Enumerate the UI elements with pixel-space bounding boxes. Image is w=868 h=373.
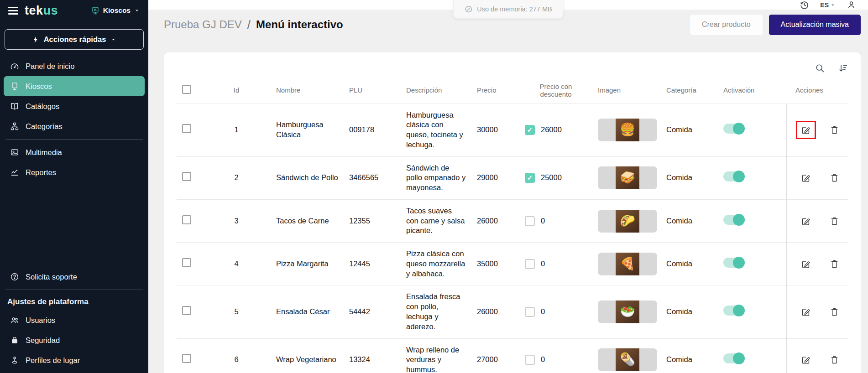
product-image-emoji: 🌯 xyxy=(616,348,639,371)
memory-usage-badge: Uso de memoria: 277 MB xyxy=(453,0,563,19)
row-checkbox[interactable] xyxy=(182,215,191,224)
edit-highlight-box xyxy=(796,121,816,139)
history-icon[interactable] xyxy=(800,0,809,10)
sidebar-item-seguridad[interactable]: Seguridad xyxy=(0,330,148,350)
cell-name: Wrap Vegetariano xyxy=(271,338,344,373)
sidebar-item-panel-de-inicio[interactable]: Panel de inicio xyxy=(0,56,148,76)
discount-checkbox[interactable] xyxy=(525,125,535,135)
sidebar: tekus K Kioscos Acciones rápidas Panel d… xyxy=(0,0,148,373)
edit-button[interactable] xyxy=(801,355,811,365)
cell-plu: 009178 xyxy=(344,104,401,156)
row-checkbox[interactable] xyxy=(182,124,191,133)
edit-button[interactable] xyxy=(801,307,811,317)
cell-name: Ensalada César xyxy=(271,285,344,338)
toggle-knob xyxy=(733,352,745,364)
sidebar-item-perfiles-de-lugar[interactable]: Perfiles de lugar xyxy=(0,350,148,370)
cell-id: 1 xyxy=(202,104,271,156)
table-row: 4 Pizza Margarita 12445 Pizza clásica co… xyxy=(177,243,848,285)
delete-button[interactable] xyxy=(830,355,839,365)
cell-category: Comida xyxy=(661,199,718,242)
breadcrumb: Prueba GJ DEV / Menú interactivo xyxy=(164,18,343,32)
cell-plu: 3466565 xyxy=(344,156,401,199)
search-icon[interactable] xyxy=(815,63,825,73)
cell-category: Comida xyxy=(661,243,718,285)
cell-name: Sándwich de Pollo xyxy=(271,156,344,199)
row-checkbox[interactable] xyxy=(182,354,191,363)
edit-button[interactable] xyxy=(801,216,811,226)
chevron-down-icon xyxy=(830,2,836,8)
bulk-update-button[interactable]: Actualización masiva xyxy=(769,15,861,35)
discount-checkbox[interactable] xyxy=(525,307,535,317)
edit-button[interactable] xyxy=(801,173,811,183)
cell-discount-price: 0 xyxy=(541,307,545,317)
header-acciones: Acciones xyxy=(786,77,848,104)
cell-id: 5 xyxy=(202,285,271,338)
table-toolbar xyxy=(177,52,848,77)
discount-checkbox[interactable] xyxy=(525,216,535,226)
image-icon xyxy=(10,148,19,157)
cell-plu: 54442 xyxy=(344,285,401,338)
sidebar-item-categorias[interactable]: Categorías xyxy=(0,116,148,136)
users-icon xyxy=(10,316,19,325)
workspace-selector[interactable]: K Kioscos xyxy=(91,6,140,15)
language-selector[interactable]: ES xyxy=(820,1,836,9)
gauge-icon xyxy=(464,5,472,13)
header-plu: PLU xyxy=(344,77,401,104)
row-checkbox[interactable] xyxy=(182,172,191,181)
breadcrumb-separator: / xyxy=(247,18,251,32)
delete-button[interactable] xyxy=(830,125,839,135)
cell-category: Comida xyxy=(661,104,718,156)
activation-toggle[interactable] xyxy=(723,215,743,225)
activation-toggle[interactable] xyxy=(723,258,743,268)
kiosk-icon xyxy=(10,82,19,91)
cell-name: Pizza Margarita xyxy=(271,243,344,285)
header-id: Id xyxy=(202,77,271,104)
discount-checkbox[interactable] xyxy=(525,355,535,365)
sidebar-item-usuarios[interactable]: Usuarios xyxy=(0,310,148,330)
edit-button[interactable] xyxy=(801,259,811,269)
header-categoria: Categoría xyxy=(661,77,718,104)
activation-toggle[interactable] xyxy=(723,124,743,134)
delete-button[interactable] xyxy=(830,173,839,183)
activation-toggle[interactable] xyxy=(723,306,743,316)
book-icon xyxy=(10,102,19,111)
cell-id: 3 xyxy=(202,199,271,242)
table-row: 2 Sándwich de Pollo 3466565 Sándwich de … xyxy=(177,156,848,199)
product-image-emoji: 🥪 xyxy=(616,166,639,189)
row-checkbox[interactable] xyxy=(182,306,191,315)
cell-discount-price: 0 xyxy=(541,216,545,226)
sidebar-item-multimedia[interactable]: Multimedia xyxy=(0,142,148,162)
breadcrumb-parent: Prueba GJ DEV xyxy=(164,18,242,31)
create-product-button[interactable]: Crear producto xyxy=(690,15,763,35)
table-header-row: Id Nombre PLU Descripción Precio Precio … xyxy=(177,77,848,104)
row-checkbox[interactable] xyxy=(182,258,191,267)
toggle-knob xyxy=(733,123,745,135)
sort-icon[interactable] xyxy=(838,63,848,73)
select-all-checkbox[interactable] xyxy=(182,85,191,94)
activation-toggle[interactable] xyxy=(723,171,743,181)
help-icon xyxy=(10,272,19,281)
place-profile-icon xyxy=(10,356,19,365)
toggle-knob xyxy=(733,257,745,269)
delete-button[interactable] xyxy=(830,216,839,226)
sidebar-item-reportes[interactable]: Reportes xyxy=(0,162,148,182)
activation-toggle[interactable] xyxy=(723,353,743,363)
sidebar-item-catalogos[interactable]: Catálogos xyxy=(0,96,148,116)
delete-button[interactable] xyxy=(830,307,839,317)
menu-icon[interactable] xyxy=(8,7,18,15)
sidebar-item-kioscos[interactable]: Kioscos xyxy=(4,76,145,96)
sidebar-item-solicita-soporte[interactable]: Solicita soporte xyxy=(0,267,148,287)
workspace-label: Kioscos xyxy=(103,6,131,15)
svg-text:K: K xyxy=(94,8,97,12)
delete-button[interactable] xyxy=(830,259,839,269)
quick-actions-button[interactable]: Acciones rápidas xyxy=(5,29,144,50)
discount-checkbox[interactable] xyxy=(525,259,535,269)
cell-plu: 12355 xyxy=(344,199,401,242)
edit-button[interactable] xyxy=(801,125,811,135)
product-image-emoji: 🥗 xyxy=(616,300,639,323)
account-icon[interactable] xyxy=(847,0,856,10)
discount-checkbox[interactable] xyxy=(525,173,535,183)
cell-description: Wrap relleno de verduras y hummus. xyxy=(401,338,471,373)
topbar: Uso de memoria: 277 MB ES xyxy=(148,0,868,10)
header-activacion: Activación xyxy=(718,77,786,104)
